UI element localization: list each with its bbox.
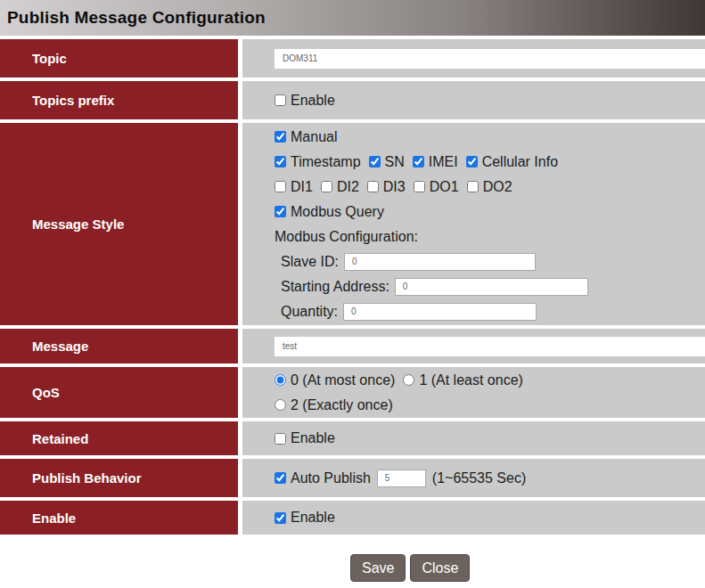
cellular-info-checkbox[interactable]	[466, 156, 478, 167]
retained-row-content: Enable	[242, 421, 705, 455]
timestamp-label: Timestamp	[291, 154, 361, 170]
message-style-row-label: Message Style	[0, 123, 238, 325]
modbus-query-option[interactable]: Modbus Query	[275, 204, 384, 220]
imei-option[interactable]: IMEI	[413, 154, 458, 170]
row-qos: QoS 0 (At most once) 1 (At least once) 2…	[0, 367, 705, 418]
qos-2-radio[interactable]	[275, 399, 286, 411]
sn-label: SN	[385, 154, 405, 170]
row-enable: Enable Enable	[0, 501, 705, 535]
qos-row-label: QoS	[0, 367, 238, 418]
enable-row-content: Enable	[242, 501, 705, 535]
row-topic: Topic	[0, 39, 705, 78]
auto-publish-label: Auto Publish	[291, 470, 371, 486]
message-input[interactable]	[275, 337, 705, 356]
enable-enable-checkbox[interactable]	[275, 512, 286, 524]
di3-checkbox[interactable]	[367, 181, 379, 192]
topics-prefix-row-content: Enable	[242, 81, 705, 119]
retained-enable-checkbox[interactable]	[275, 433, 286, 445]
do1-label: DO1	[430, 179, 459, 195]
do1-checkbox[interactable]	[414, 181, 425, 192]
modbus-query-label: Modbus Query	[291, 204, 384, 220]
retained-enable-label: Enable	[291, 430, 335, 446]
message-style-row-content: Manual Timestamp SN IMEI Cell	[242, 123, 705, 325]
qos-0-option[interactable]: 0 (At most once)	[275, 372, 395, 388]
row-retained: Retained Enable	[0, 421, 705, 455]
enable-enable-label: Enable	[291, 510, 335, 526]
topics-prefix-enable-label: Enable	[291, 93, 335, 109]
auto-publish-checkbox[interactable]	[275, 472, 286, 484]
do2-checkbox[interactable]	[467, 181, 479, 192]
starting-address-input[interactable]	[395, 278, 588, 296]
publish-message-configuration-page: Publish Message Configuration Topic Topi…	[0, 0, 705, 588]
topic-row-label: Topic	[0, 39, 238, 78]
di2-option[interactable]: DI2	[321, 179, 359, 195]
di2-label: DI2	[337, 179, 359, 195]
io-line: DI1 DI2 DI3 DO1 DO2	[275, 177, 512, 197]
starting-address-line: Starting Address:	[275, 277, 588, 297]
auto-publish-range-hint: (1~65535 Sec)	[432, 470, 526, 486]
qos-0-radio[interactable]	[275, 374, 286, 386]
do2-label: DO2	[483, 179, 512, 195]
cellular-info-option[interactable]: Cellular Info	[466, 154, 558, 170]
di3-label: DI3	[383, 179, 406, 195]
starting-address-label: Starting Address:	[281, 279, 389, 295]
row-message-style: Message Style Manual Timestamp SN	[0, 123, 705, 325]
topic-row-content	[242, 39, 705, 78]
footer-button-bar: Save Close	[0, 554, 705, 582]
close-button[interactable]: Close	[410, 554, 470, 582]
manual-line: Manual	[275, 127, 337, 147]
di1-label: DI1	[291, 179, 313, 195]
retained-row-label: Retained	[0, 421, 238, 455]
qos-2-option[interactable]: 2 (Exactly once)	[275, 397, 393, 413]
manual-option[interactable]: Manual	[275, 129, 337, 145]
manual-label: Manual	[291, 129, 337, 145]
di3-option[interactable]: DI3	[367, 179, 406, 195]
auto-publish-interval-input[interactable]	[377, 470, 426, 487]
topics-prefix-row-label: Topics prefix	[0, 81, 238, 119]
qos-line-1: 0 (At most once) 1 (At least once)	[275, 370, 523, 391]
timestamp-option[interactable]: Timestamp	[275, 154, 361, 170]
quantity-label: Quantity:	[281, 304, 338, 320]
qos-row-content: 0 (At most once) 1 (At least once) 2 (Ex…	[242, 367, 705, 418]
row-publish-behavior: Publish Behavior Auto Publish (1~65535 S…	[0, 459, 705, 497]
do2-option[interactable]: DO2	[467, 179, 512, 195]
topics-prefix-enable-option[interactable]: Enable	[275, 93, 335, 109]
modbus-query-checkbox[interactable]	[275, 206, 286, 217]
manual-checkbox[interactable]	[275, 131, 286, 143]
save-button[interactable]: Save	[350, 554, 406, 582]
cellular-info-label: Cellular Info	[482, 154, 558, 170]
sn-option[interactable]: SN	[369, 154, 405, 170]
quantity-input[interactable]	[343, 303, 537, 321]
sn-checkbox[interactable]	[369, 156, 381, 167]
slave-id-label: Slave ID:	[281, 254, 339, 270]
auto-publish-option[interactable]: Auto Publish	[275, 470, 371, 486]
message-row-content	[242, 329, 705, 363]
di1-option[interactable]: DI1	[275, 179, 313, 195]
modbus-config-title-line: Modbus Configuration:	[275, 227, 418, 247]
page-header: Publish Message Configuration	[0, 0, 705, 36]
di1-checkbox[interactable]	[275, 181, 286, 192]
retained-enable-option[interactable]: Enable	[275, 430, 335, 446]
topic-input[interactable]	[275, 49, 705, 69]
topics-prefix-enable-checkbox[interactable]	[275, 94, 286, 106]
enable-row-label: Enable	[0, 501, 238, 535]
qos-line-2: 2 (Exactly once)	[275, 395, 393, 416]
qos-1-option[interactable]: 1 (At least once)	[403, 372, 523, 388]
qos-2-label: 2 (Exactly once)	[291, 397, 393, 413]
message-row-label: Message	[0, 329, 238, 363]
do1-option[interactable]: DO1	[414, 179, 459, 195]
slave-id-input[interactable]	[344, 253, 536, 271]
imei-checkbox[interactable]	[413, 156, 424, 167]
qos-0-label: 0 (At most once)	[291, 372, 395, 388]
row-message: Message	[0, 329, 705, 363]
slave-id-line: Slave ID:	[275, 252, 536, 272]
enable-enable-option[interactable]: Enable	[275, 510, 335, 526]
di2-checkbox[interactable]	[321, 181, 332, 192]
qos-1-label: 1 (At least once)	[419, 372, 523, 388]
metadata-line: Timestamp SN IMEI Cellular Info	[275, 152, 558, 172]
publish-behavior-row-label: Publish Behavior	[0, 459, 238, 497]
modbus-query-line: Modbus Query	[275, 202, 384, 222]
qos-1-radio[interactable]	[403, 374, 414, 386]
timestamp-checkbox[interactable]	[275, 156, 286, 167]
modbus-config-title: Modbus Configuration:	[275, 229, 418, 245]
